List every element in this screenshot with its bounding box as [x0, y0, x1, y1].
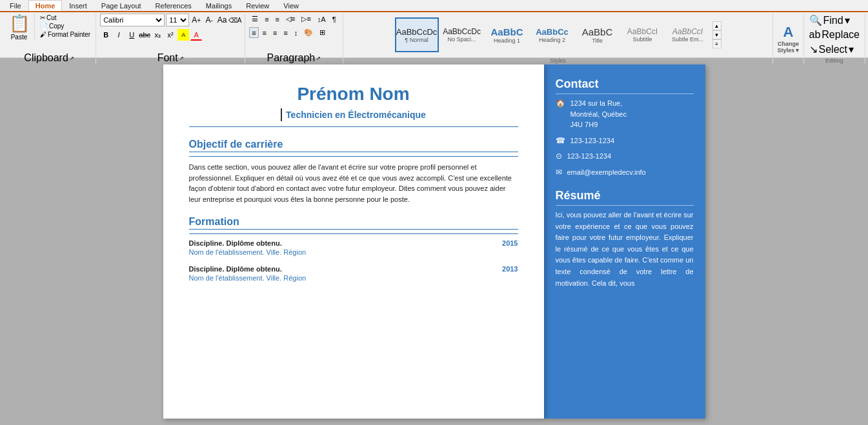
align-center-button[interactable]: ≡ — [260, 27, 269, 38]
styles-scroll-controls: ▲ ▼ ≡ — [712, 21, 722, 48]
font-size-select[interactable]: 11 — [166, 14, 189, 26]
document-main[interactable]: Prénom Nom Technicien en Électromécaniqu… — [163, 64, 544, 419]
change-styles-button[interactable]: A Change Styles ▾ — [777, 24, 799, 54]
address-icon: 🏠 — [556, 99, 565, 108]
bold-button[interactable]: B — [100, 29, 112, 41]
clipboard-content: 📋 Paste ✂ Cut 📄 Copy 🖌 Format Painter — [6, 14, 92, 52]
clipboard-group-footer: Clipboard ↗ — [24, 52, 74, 64]
font-row1: Calibri 11 A+ A- Aa ⌫A — [100, 14, 241, 26]
document-title-line: Technicien en Électromécanique — [189, 108, 518, 127]
sidebar-contact-section: Contact 🏠 1234 sur la Rue,Montréal, Québ… — [556, 77, 694, 177]
superscript-button[interactable]: x² — [165, 29, 176, 41]
style-title-label: Title — [592, 37, 603, 44]
format-painter-button[interactable]: 🖌 Format Painter — [39, 30, 92, 39]
increase-font-button[interactable]: A+ — [190, 14, 202, 26]
font-row2: B I U abc x₂ x² A A — [100, 29, 202, 41]
formation-entry-1: Discipline. Diplôme obtenu. 2015 Nom de … — [189, 239, 518, 256]
strikethrough-button[interactable]: abc — [139, 29, 150, 41]
sidebar-fax-text: 123-123-1234 — [567, 151, 612, 162]
style-normal[interactable]: AaBbCcDc ¶ Normal — [395, 17, 439, 52]
formation-entry-2: Discipline. Diplôme obtenu. 2013 Nom de … — [189, 265, 518, 282]
style-title[interactable]: AaBbC Title — [576, 17, 620, 52]
cut-label: Cut — [46, 14, 57, 21]
replace-label: Replace — [822, 29, 860, 41]
align-left-button[interactable]: ≡ — [249, 27, 258, 38]
show-hide-button[interactable]: ¶ — [330, 14, 339, 25]
sidebar-fax-item: ⊙ 123-123-1234 — [556, 151, 694, 162]
line-spacing-button[interactable]: ↕ — [292, 27, 301, 38]
formation-school-2: Nom de l'établissement. Ville. Région — [189, 274, 518, 282]
font-name-select[interactable]: Calibri — [100, 14, 165, 26]
style-heading1[interactable]: AaBbC Heading 1 — [485, 17, 529, 52]
document-subtitle: Technicien en Électromécanique — [286, 110, 426, 120]
document-name: Prénom Nom — [189, 84, 518, 104]
formation-degree-2: Discipline. Diplôme obtenu. — [189, 265, 282, 273]
change-case-button[interactable]: Aa — [216, 14, 228, 26]
shading-button[interactable]: 🎨 — [301, 27, 316, 38]
paragraph-group: ☰ ≡ ≡ ◁≡ ▷≡ ↕A ¶ ≡ ≡ ≡ ≡ ↕ 🎨 ⊞ — [245, 14, 343, 64]
style-no-spacing[interactable]: AaBbCcDc No Spaci... — [440, 17, 484, 52]
font-content: Calibri 11 A+ A- Aa ⌫A B I U abc x₂ x — [100, 14, 241, 52]
find-icon: 🔍 — [809, 14, 822, 26]
borders-button[interactable]: ⊞ — [317, 27, 328, 38]
style-subtle-em[interactable]: AaBbCcI Subtle Em... — [666, 17, 710, 52]
cut-button[interactable]: ✂ Cut — [39, 14, 92, 22]
ribbon: File Home Insert Page Layout References … — [0, 0, 868, 58]
editing-group-label: Editing — [825, 57, 843, 64]
find-button[interactable]: 🔍 Find ▾ — [808, 14, 851, 27]
increase-indent-button[interactable]: ▷≡ — [299, 14, 313, 25]
ribbon-tab-bar: File Home Insert Page Layout References … — [0, 0, 868, 11]
find-label: Find — [823, 15, 843, 26]
underline-button[interactable]: U — [126, 29, 137, 41]
section-body-objectif: Dans cette section, vous pouvez aller de… — [189, 162, 518, 204]
align-right-button[interactable]: ≡ — [270, 27, 279, 38]
tab-insert[interactable]: Insert — [62, 0, 94, 11]
decrease-font-button[interactable]: A- — [203, 14, 215, 26]
tab-view[interactable]: View — [276, 0, 306, 11]
replace-button[interactable]: ab Replace — [808, 28, 862, 41]
style-normal-label: ¶ Normal — [405, 37, 428, 43]
tab-review[interactable]: Review — [239, 0, 276, 11]
justify-button[interactable]: ≡ — [281, 27, 290, 38]
style-nospacing-preview: AaBbCcDc — [443, 27, 481, 36]
sidebar-email-item: ✉ email@exempledecv.info — [556, 167, 694, 178]
text-highlight-button[interactable]: A — [177, 29, 189, 41]
sidebar-phone-text: 123-123-1234 — [570, 135, 615, 146]
subscript-button[interactable]: x₂ — [152, 29, 163, 41]
copy-button[interactable]: 📄 Copy — [39, 22, 92, 30]
para-expand-icon[interactable]: ↗ — [316, 55, 321, 61]
format-painter-label: Format Painter — [48, 31, 90, 38]
multilevel-list-button[interactable]: ≡ — [273, 14, 282, 25]
font-expand-icon[interactable]: ↗ — [179, 55, 184, 61]
italic-button[interactable]: I — [113, 29, 125, 41]
font-color-button[interactable]: A — [190, 29, 202, 41]
styles-scroll-up[interactable]: ▲ — [712, 21, 722, 30]
tab-home[interactable]: Home — [28, 0, 63, 11]
para-row2: ≡ ≡ ≡ ≡ ↕ 🎨 ⊞ — [249, 27, 328, 38]
sidebar-resume-title: Résumé — [556, 189, 694, 206]
select-label: Select — [819, 44, 847, 55]
select-button[interactable]: ↘ Select ▾ — [808, 43, 855, 56]
tab-references[interactable]: References — [148, 0, 199, 11]
style-heading2[interactable]: AaBbCc Heading 2 — [530, 17, 574, 52]
bullets-button[interactable]: ☰ — [249, 14, 261, 25]
clear-format-button[interactable]: ⌫A — [229, 14, 241, 26]
text-cursor — [281, 108, 282, 121]
sidebar-email-text: email@exempledecv.info — [567, 167, 646, 178]
fax-icon: ⊙ — [556, 152, 562, 161]
tab-mailings[interactable]: Mailings — [199, 0, 239, 11]
paste-button[interactable]: 📋 Paste — [6, 14, 35, 41]
style-subtitle[interactable]: AaBbCcI Subtitle — [621, 17, 665, 52]
ribbon-body: 📋 Paste ✂ Cut 📄 Copy 🖌 Format Painter — [0, 11, 868, 65]
numbering-button[interactable]: ≡ — [262, 14, 271, 25]
formation-year-1: 2015 — [502, 239, 518, 247]
sort-button[interactable]: ↕A — [315, 14, 328, 25]
styles-group-footer: Styles — [550, 57, 566, 64]
tab-file[interactable]: File — [3, 0, 28, 11]
clipboard-group: 📋 Paste ✂ Cut 📄 Copy 🖌 Format Painter — [3, 14, 96, 64]
clipboard-expand-icon[interactable]: ↗ — [70, 55, 74, 61]
styles-scroll-down[interactable]: ▼ — [712, 30, 722, 39]
decrease-indent-button[interactable]: ◁≡ — [283, 14, 298, 25]
styles-more[interactable]: ≡ — [712, 39, 722, 48]
tab-page-layout[interactable]: Page Layout — [94, 0, 148, 11]
